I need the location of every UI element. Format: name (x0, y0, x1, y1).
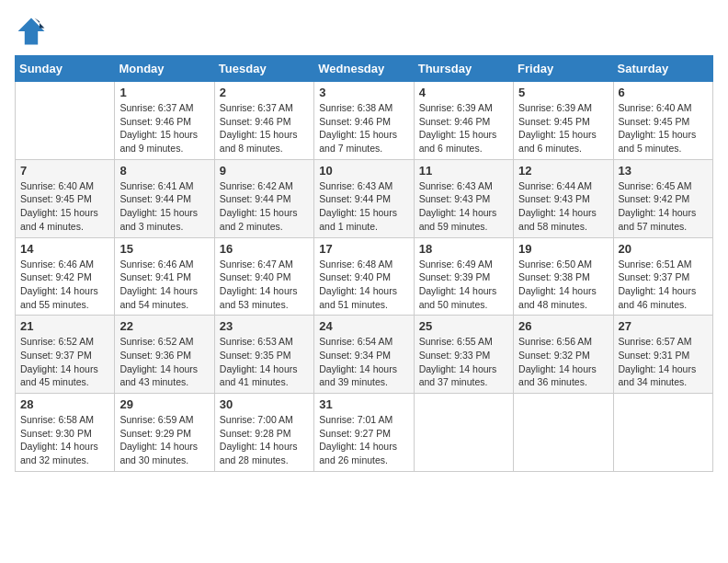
day-info: Sunrise: 6:46 AM Sunset: 9:41 PM Dayligh… (119, 258, 209, 312)
day-info: Sunrise: 6:52 AM Sunset: 9:36 PM Dayligh… (119, 335, 209, 389)
day-info: Sunrise: 6:37 AM Sunset: 9:46 PM Dayligh… (220, 101, 309, 155)
day-info: Sunrise: 6:43 AM Sunset: 9:43 PM Dayligh… (419, 179, 508, 234)
day-number: 11 (419, 164, 508, 178)
day-info: Sunrise: 6:57 AM Sunset: 9:31 PM Dayligh… (619, 335, 708, 389)
logo (15, 15, 51, 48)
day-info: Sunrise: 6:55 AM Sunset: 9:33 PM Dayligh… (419, 335, 508, 389)
day-number: 7 (20, 164, 109, 178)
day-info: Sunrise: 6:49 AM Sunset: 9:39 PM Dayligh… (419, 258, 508, 312)
calendar-cell: 29Sunrise: 6:59 AM Sunset: 9:29 PM Dayli… (115, 394, 214, 472)
day-info: Sunrise: 6:53 AM Sunset: 9:35 PM Dayligh… (220, 335, 309, 389)
day-number: 26 (518, 319, 608, 333)
day-number: 18 (419, 242, 508, 256)
weekday-header-tuesday: Tuesday (214, 56, 313, 82)
day-number: 6 (619, 86, 708, 99)
weekday-header-thursday: Thursday (414, 56, 513, 82)
day-number: 28 (20, 397, 109, 411)
calendar-cell: 10Sunrise: 6:43 AM Sunset: 9:44 PM Dayli… (314, 159, 414, 237)
weekday-header-saturday: Saturday (613, 56, 712, 82)
logo-icon (15, 15, 48, 48)
calendar-cell (16, 82, 115, 160)
calendar-cell: 7Sunrise: 6:40 AM Sunset: 9:45 PM Daylig… (16, 159, 115, 237)
calendar-week-row: 7Sunrise: 6:40 AM Sunset: 9:45 PM Daylig… (16, 159, 713, 237)
day-number: 29 (119, 397, 209, 411)
calendar-cell: 6Sunrise: 6:40 AM Sunset: 9:45 PM Daylig… (613, 82, 712, 160)
day-number: 4 (419, 86, 508, 99)
day-number: 25 (419, 319, 508, 333)
calendar-cell: 4Sunrise: 6:39 AM Sunset: 9:46 PM Daylig… (414, 82, 513, 160)
calendar-cell: 20Sunrise: 6:51 AM Sunset: 9:37 PM Dayli… (613, 237, 712, 316)
day-info: Sunrise: 6:40 AM Sunset: 9:45 PM Dayligh… (619, 101, 708, 155)
calendar-week-row: 28Sunrise: 6:58 AM Sunset: 9:30 PM Dayli… (16, 394, 713, 472)
day-info: Sunrise: 6:45 AM Sunset: 9:42 PM Dayligh… (619, 179, 708, 234)
calendar-cell: 3Sunrise: 6:38 AM Sunset: 9:46 PM Daylig… (314, 82, 414, 160)
day-number: 17 (319, 242, 408, 256)
day-number: 20 (619, 242, 708, 256)
calendar-cell: 14Sunrise: 6:46 AM Sunset: 9:42 PM Dayli… (16, 237, 115, 316)
calendar-table: SundayMondayTuesdayWednesdayThursdayFrid… (15, 55, 713, 472)
day-info: Sunrise: 6:48 AM Sunset: 9:40 PM Dayligh… (319, 258, 408, 312)
calendar-cell: 2Sunrise: 6:37 AM Sunset: 9:46 PM Daylig… (214, 82, 313, 160)
day-info: Sunrise: 6:37 AM Sunset: 9:46 PM Dayligh… (119, 101, 209, 155)
day-info: Sunrise: 6:41 AM Sunset: 9:44 PM Dayligh… (119, 179, 209, 234)
day-number: 14 (20, 242, 109, 256)
day-number: 21 (20, 319, 109, 333)
day-number: 1 (119, 86, 209, 99)
calendar-cell: 16Sunrise: 6:47 AM Sunset: 9:40 PM Dayli… (214, 237, 313, 316)
calendar-cell: 25Sunrise: 6:55 AM Sunset: 9:33 PM Dayli… (414, 316, 513, 394)
weekday-header-monday: Monday (115, 56, 214, 82)
day-info: Sunrise: 6:40 AM Sunset: 9:45 PM Dayligh… (20, 179, 109, 234)
header (15, 15, 713, 48)
page-container: SundayMondayTuesdayWednesdayThursdayFrid… (15, 15, 713, 472)
day-info: Sunrise: 6:58 AM Sunset: 9:30 PM Dayligh… (20, 413, 109, 467)
day-info: Sunrise: 6:44 AM Sunset: 9:43 PM Dayligh… (518, 179, 608, 234)
calendar-cell: 5Sunrise: 6:39 AM Sunset: 9:45 PM Daylig… (514, 82, 613, 160)
day-info: Sunrise: 6:42 AM Sunset: 9:44 PM Dayligh… (220, 179, 309, 234)
weekday-header-friday: Friday (514, 56, 613, 82)
calendar-cell: 19Sunrise: 6:50 AM Sunset: 9:38 PM Dayli… (514, 237, 613, 316)
calendar-cell: 24Sunrise: 6:54 AM Sunset: 9:34 PM Dayli… (314, 316, 414, 394)
calendar-cell (613, 394, 712, 472)
calendar-week-row: 14Sunrise: 6:46 AM Sunset: 9:42 PM Dayli… (16, 237, 713, 316)
day-number: 10 (319, 164, 408, 178)
calendar-cell: 11Sunrise: 6:43 AM Sunset: 9:43 PM Dayli… (414, 159, 513, 237)
day-number: 8 (119, 164, 209, 178)
day-number: 19 (518, 242, 608, 256)
calendar-cell: 1Sunrise: 6:37 AM Sunset: 9:46 PM Daylig… (115, 82, 214, 160)
calendar-week-row: 21Sunrise: 6:52 AM Sunset: 9:37 PM Dayli… (16, 316, 713, 394)
day-number: 31 (319, 397, 408, 411)
calendar-cell: 28Sunrise: 6:58 AM Sunset: 9:30 PM Dayli… (16, 394, 115, 472)
calendar-cell: 18Sunrise: 6:49 AM Sunset: 9:39 PM Dayli… (414, 237, 513, 316)
day-number: 13 (619, 164, 708, 178)
calendar-cell: 8Sunrise: 6:41 AM Sunset: 9:44 PM Daylig… (115, 159, 214, 237)
day-number: 24 (319, 319, 408, 333)
calendar-cell: 21Sunrise: 6:52 AM Sunset: 9:37 PM Dayli… (16, 316, 115, 394)
calendar-cell: 12Sunrise: 6:44 AM Sunset: 9:43 PM Dayli… (514, 159, 613, 237)
calendar-cell: 26Sunrise: 6:56 AM Sunset: 9:32 PM Dayli… (514, 316, 613, 394)
day-info: Sunrise: 6:47 AM Sunset: 9:40 PM Dayligh… (220, 258, 309, 312)
calendar-cell: 22Sunrise: 6:52 AM Sunset: 9:36 PM Dayli… (115, 316, 214, 394)
day-info: Sunrise: 6:50 AM Sunset: 9:38 PM Dayligh… (518, 258, 608, 312)
calendar-cell: 23Sunrise: 6:53 AM Sunset: 9:35 PM Dayli… (214, 316, 313, 394)
calendar-cell: 15Sunrise: 6:46 AM Sunset: 9:41 PM Dayli… (115, 237, 214, 316)
day-info: Sunrise: 6:59 AM Sunset: 9:29 PM Dayligh… (119, 413, 209, 467)
svg-marker-0 (18, 18, 45, 45)
day-info: Sunrise: 7:00 AM Sunset: 9:28 PM Dayligh… (220, 413, 309, 467)
calendar-cell (414, 394, 513, 472)
day-info: Sunrise: 6:39 AM Sunset: 9:46 PM Dayligh… (419, 101, 508, 155)
weekday-header-wednesday: Wednesday (314, 56, 414, 82)
calendar-cell: 17Sunrise: 6:48 AM Sunset: 9:40 PM Dayli… (314, 237, 414, 316)
calendar-cell: 31Sunrise: 7:01 AM Sunset: 9:27 PM Dayli… (314, 394, 414, 472)
day-info: Sunrise: 6:38 AM Sunset: 9:46 PM Dayligh… (319, 101, 408, 155)
day-info: Sunrise: 6:43 AM Sunset: 9:44 PM Dayligh… (319, 179, 408, 234)
day-number: 3 (319, 86, 408, 99)
day-number: 22 (119, 319, 209, 333)
day-number: 5 (518, 86, 608, 99)
day-number: 9 (220, 164, 309, 178)
day-info: Sunrise: 6:52 AM Sunset: 9:37 PM Dayligh… (20, 335, 109, 389)
calendar-cell: 9Sunrise: 6:42 AM Sunset: 9:44 PM Daylig… (214, 159, 313, 237)
day-info: Sunrise: 6:39 AM Sunset: 9:45 PM Dayligh… (518, 101, 608, 155)
calendar-week-row: 1Sunrise: 6:37 AM Sunset: 9:46 PM Daylig… (16, 82, 713, 160)
day-number: 2 (220, 86, 309, 99)
day-info: Sunrise: 6:56 AM Sunset: 9:32 PM Dayligh… (518, 335, 608, 389)
